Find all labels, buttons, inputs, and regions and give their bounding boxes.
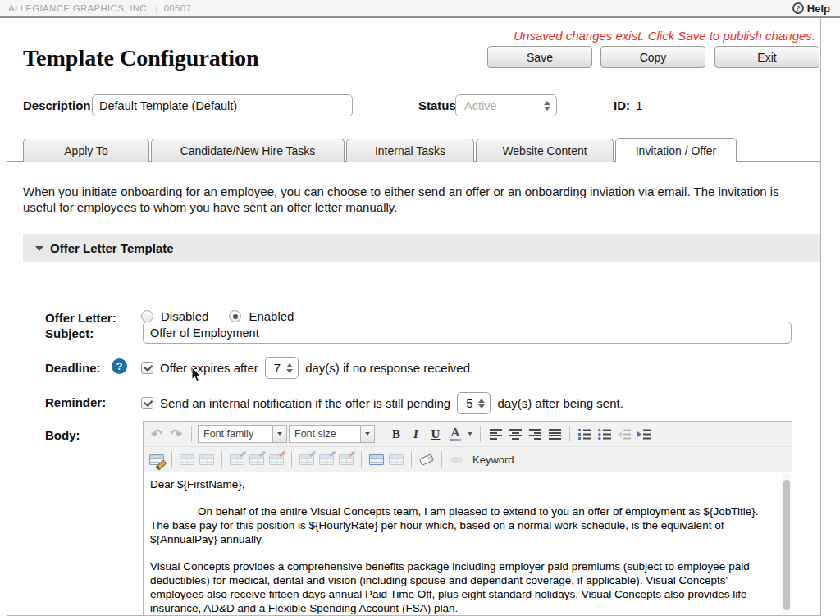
align-center-icon[interactable] [506,425,524,443]
editor-scrollbar-thumb[interactable] [783,480,790,610]
radio-disabled[interactable] [141,310,153,322]
tab-internal-tasks[interactable]: Internal Tasks [346,139,474,162]
toolbar-separator [191,426,192,442]
toolbar-separator [361,451,362,468]
outdent-icon[interactable] [615,425,633,443]
text-color-dropdown-icon[interactable] [466,425,474,443]
help-label: Help [807,2,830,15]
reminder-row: Send an internal notification if the off… [141,392,623,414]
reminder-checkbox[interactable] [141,397,153,409]
subject-label: Subject: [45,326,94,340]
section-title: Offer Letter Template [50,241,174,255]
offer-letter-template-section-header[interactable]: Offer Letter Template [23,234,820,262]
id-value: 1 [636,98,642,112]
company-code: 00507 [164,3,191,13]
tab-website-content[interactable]: Website Content [476,139,614,162]
subject-input[interactable] [143,322,792,344]
help-question-glyph: ? [796,4,801,12]
toolbar-separator [221,451,222,468]
toolbar-separator [411,451,412,468]
insert-row-after-icon[interactable] [248,450,266,468]
stepper-arrows-icon [478,399,485,408]
help-button[interactable]: ? Help [792,2,830,15]
deadline-row: Offer expires after 7 day(s) if no respo… [141,357,473,379]
unsaved-changes-notice: Unsaved changes exist. Click Save to pub… [514,29,815,43]
link-icon[interactable] [448,450,466,468]
toolbar-separator [171,451,172,468]
reminder-days-value: 5 [466,396,472,410]
ordered-list-icon[interactable] [576,425,594,443]
font-size-select[interactable]: Font size [289,425,375,443]
keyword-button[interactable]: Keyword [472,454,514,466]
company-name: ALLEGIANCE GRAPHICS, INC. [8,3,149,13]
reminder-text-before: Send an internal notification if the off… [160,396,450,410]
align-justify-icon[interactable] [546,425,564,443]
editor-paragraph: Visual Concepts provides a comprehensive… [150,559,774,614]
editor-scrollbar-track[interactable] [782,474,791,614]
insert-column-before-icon[interactable] [298,450,316,468]
font-family-select[interactable]: Font family [198,425,287,443]
undo-icon[interactable]: ↶ [148,425,166,443]
body-label: Body: [45,428,80,442]
text-color-button[interactable]: A [446,425,464,443]
bullet-list-icon[interactable] [596,425,614,443]
editor-paragraph: Dear ${FirstName}, [150,477,774,491]
deadline-help-icon[interactable]: ? [112,358,127,374]
chevron-down-icon [272,426,286,442]
copy-button[interactable]: Copy [600,46,705,68]
toolbar-separator [441,451,442,468]
table-row-properties-icon[interactable] [178,450,196,468]
insert-row-before-icon[interactable] [228,450,246,468]
chevron-down-icon [360,426,374,442]
intro-paragraph: When you initiate onboarding for an empl… [23,184,812,215]
page-title: Template Configuration [23,45,259,71]
delete-row-icon[interactable] [267,450,285,468]
align-left-icon[interactable] [486,425,504,443]
insert-column-after-icon[interactable] [317,450,336,468]
merge-cells-icon[interactable] [387,450,405,468]
main-panel: Unsaved changes exist. Click Save to pub… [7,18,821,616]
exit-button[interactable]: Exit [714,46,819,68]
reminder-label: Reminder: [45,395,106,409]
toolbar-separator [381,426,381,442]
editor-toolbar-row-2: Keyword [144,447,792,472]
company-identifier: ALLEGIANCE GRAPHICS, INC. | 00507 [8,3,191,13]
deadline-days-select[interactable]: 7 [265,357,299,379]
deadline-label: Deadline: [45,361,101,375]
collapse-caret-icon [35,246,43,251]
align-right-icon[interactable] [526,425,544,443]
underline-button[interactable]: U [427,425,445,443]
description-label: Description: [23,98,95,112]
editor-content-area[interactable]: Dear ${FirstName}, On behalf of the enti… [144,472,792,614]
delete-column-icon[interactable] [337,450,355,468]
deadline-days-value: 7 [274,361,281,375]
tab-strip: Apply To Candidate/New Hire Tasks Intern… [23,138,737,162]
reminder-days-select[interactable]: 5 [457,392,491,414]
tab-apply-to[interactable]: Apply To [23,139,149,162]
insert-table-icon[interactable] [148,450,166,468]
editor-paragraph: On behalf of the entire Visual Concepts … [150,504,774,546]
description-input[interactable] [92,94,353,116]
save-button[interactable]: Save [487,46,592,68]
editor-toolbar-row-1: ↶ ↷ Font family Font size B I U A [144,422,792,447]
table-cell-properties-icon[interactable] [198,450,216,468]
body-rich-text-editor: ↶ ↷ Font family Font size B I U A [143,421,792,616]
status-value: Active [464,99,497,112]
toolbar-separator [291,451,292,468]
deadline-text-after: day(s) if no response received. [305,361,473,375]
tab-invitation-offer[interactable]: Invitation / Offer [615,138,737,162]
redo-icon[interactable]: ↷ [167,425,185,443]
split-cells-icon[interactable] [368,450,386,468]
topbar-divider: | [155,3,158,13]
tab-candidate-new-hire-tasks[interactable]: Candidate/New Hire Tasks [151,139,345,162]
radio-enabled[interactable] [229,310,241,322]
deadline-checkbox[interactable] [141,362,153,374]
remove-formatting-icon[interactable] [418,450,436,468]
stepper-arrows-icon [286,363,293,373]
bold-button[interactable]: B [387,425,405,443]
italic-button[interactable]: I [407,425,425,443]
indent-icon[interactable] [635,425,653,443]
toolbar-separator [480,426,481,442]
status-select[interactable]: Active [455,94,557,116]
font-family-value: Font family [199,428,272,440]
